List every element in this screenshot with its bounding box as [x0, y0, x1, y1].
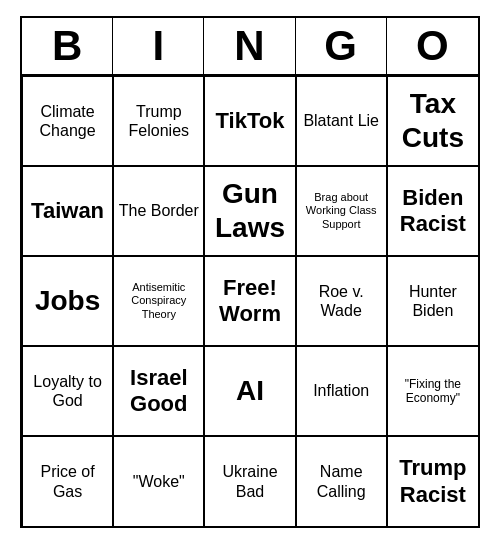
header-letter-G: G: [296, 18, 387, 74]
bingo-cell-23: Name Calling: [296, 436, 387, 526]
bingo-cell-18: Inflation: [296, 346, 387, 436]
bingo-cell-3: Blatant Lie: [296, 76, 387, 166]
bingo-cell-16: Israel Good: [113, 346, 204, 436]
bingo-cell-8: Brag about Working Class Support: [296, 166, 387, 256]
bingo-cell-4: Tax Cuts: [387, 76, 478, 166]
bingo-cell-24: Trump Racist: [387, 436, 478, 526]
bingo-cell-12: Free! Worm: [204, 256, 295, 346]
bingo-card: BINGO Climate ChangeTrump FeloniesTikTok…: [20, 16, 480, 528]
bingo-cell-1: Trump Felonies: [113, 76, 204, 166]
header-letter-N: N: [204, 18, 295, 74]
bingo-cell-0: Climate Change: [22, 76, 113, 166]
bingo-cell-6: The Border: [113, 166, 204, 256]
bingo-cell-17: AI: [204, 346, 295, 436]
bingo-cell-5: Taiwan: [22, 166, 113, 256]
bingo-cell-2: TikTok: [204, 76, 295, 166]
bingo-cell-20: Price of Gas: [22, 436, 113, 526]
header-letter-I: I: [113, 18, 204, 74]
bingo-cell-9: Biden Racist: [387, 166, 478, 256]
header-letter-O: O: [387, 18, 478, 74]
bingo-cell-7: Gun Laws: [204, 166, 295, 256]
bingo-cell-21: "Woke": [113, 436, 204, 526]
bingo-cell-15: Loyalty to God: [22, 346, 113, 436]
bingo-header: BINGO: [22, 18, 478, 76]
bingo-cell-14: Hunter Biden: [387, 256, 478, 346]
bingo-cell-11: Antisemitic Conspiracy Theory: [113, 256, 204, 346]
bingo-cell-13: Roe v. Wade: [296, 256, 387, 346]
bingo-cell-22: Ukraine Bad: [204, 436, 295, 526]
bingo-cell-10: Jobs: [22, 256, 113, 346]
bingo-cell-19: "Fixing the Economy": [387, 346, 478, 436]
bingo-grid: Climate ChangeTrump FeloniesTikTokBlatan…: [22, 76, 478, 526]
header-letter-B: B: [22, 18, 113, 74]
